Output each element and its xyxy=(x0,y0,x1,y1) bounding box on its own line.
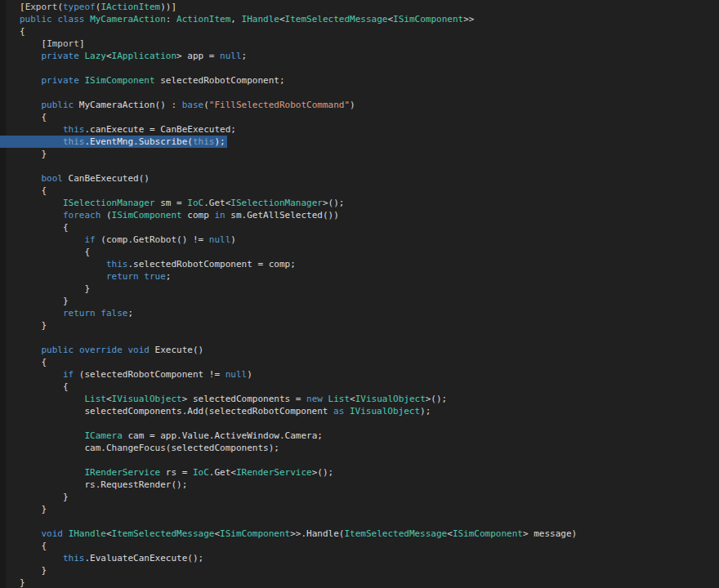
code-line[interactable]: return false; xyxy=(0,307,719,319)
code-line[interactable]: } xyxy=(0,503,719,515)
code-line[interactable]: cam.ChangeFocus(selectedComponents); xyxy=(0,442,719,454)
line-content: return false; xyxy=(20,307,133,319)
code-line[interactable]: IRenderService rs = IoC.Get<IRenderServi… xyxy=(0,466,719,479)
code-line[interactable]: { xyxy=(0,25,719,38)
code-line[interactable]: { xyxy=(0,540,719,552)
code-token xyxy=(20,345,42,355)
code-token xyxy=(20,271,106,282)
code-token: < xyxy=(279,14,285,24)
code-token: ISimComponent xyxy=(220,528,290,539)
line-content: } xyxy=(20,577,25,588)
code-line[interactable]: { xyxy=(0,246,719,258)
code-token: ))] xyxy=(160,2,176,12)
code-token: selectedComponents.Add(selectedRobotComp… xyxy=(20,406,333,416)
code-line[interactable]: } xyxy=(0,283,719,295)
code-token: > app = xyxy=(176,51,220,61)
code-line[interactable]: if (selectedRobotComponent != null) xyxy=(0,368,719,381)
line-content: } xyxy=(20,564,47,577)
code-line[interactable]: this.canExecute = CanBeExecuted; xyxy=(0,123,719,136)
code-token: comp xyxy=(182,210,215,220)
code-line[interactable]: [Export(typeof(IActionItem))] xyxy=(0,1,719,13)
code-token: ); xyxy=(420,406,431,416)
code-line[interactable] xyxy=(0,62,719,74)
code-editor[interactable]: [Export(typeof(IActionItem))]public clas… xyxy=(0,0,719,588)
code-token xyxy=(20,394,84,404)
code-line[interactable]: this.selectedRobotComponent = comp; xyxy=(0,258,719,270)
code-line[interactable] xyxy=(0,332,719,344)
code-line[interactable]: } xyxy=(0,319,719,332)
code-line[interactable]: bool CanBeExecuted() xyxy=(0,172,719,185)
code-line[interactable] xyxy=(0,417,719,430)
code-line[interactable]: public class MyCameraAction: ActionItem,… xyxy=(0,13,719,25)
code-token: IoC xyxy=(193,467,209,478)
code-line[interactable]: ISelectionManager sm = IoC.Get<ISelectio… xyxy=(0,197,719,209)
code-token: void xyxy=(127,345,150,355)
line-content: } xyxy=(20,491,69,503)
code-token xyxy=(20,100,42,110)
code-token: ItemSelectedMessage xyxy=(285,14,388,24)
code-line[interactable]: } xyxy=(0,577,719,588)
code-line[interactable]: { xyxy=(0,185,719,197)
code-line[interactable]: this.EventMng.Subscribe(this); xyxy=(0,136,719,148)
code-line[interactable]: } xyxy=(0,148,719,160)
code-line[interactable]: { xyxy=(0,356,719,368)
code-line[interactable]: void IHandle<ItemSelectedMessage<ISimCom… xyxy=(0,528,719,540)
line-content: { xyxy=(20,25,25,38)
code-token: { xyxy=(20,26,25,37)
code-token: ; xyxy=(166,271,172,282)
code-token: < xyxy=(106,51,112,61)
code-line[interactable] xyxy=(0,454,719,466)
line-content: return true; xyxy=(20,270,171,283)
code-token: if xyxy=(63,369,74,380)
code-token: IHandle xyxy=(69,528,106,539)
code-line[interactable]: selectedComponents.Add(selectedRobotComp… xyxy=(0,405,719,417)
code-line[interactable]: private ISimComponent selectedRobotCompo… xyxy=(0,74,719,87)
code-line[interactable]: return true; xyxy=(0,270,719,283)
code-token xyxy=(344,406,350,416)
code-token: } xyxy=(20,283,90,294)
code-line[interactable]: } xyxy=(0,295,719,307)
code-token: ( xyxy=(203,100,209,110)
code-line[interactable]: { xyxy=(0,221,719,234)
code-token: Execute() xyxy=(150,345,203,355)
code-token: foreach xyxy=(63,210,100,220)
code-line[interactable]: foreach (ISimComponent comp in sm.GetAll… xyxy=(0,209,719,221)
code-line[interactable]: if (comp.GetRobot() != null) xyxy=(0,234,719,246)
code-line[interactable]: List<IVisualObject> selectedComponents =… xyxy=(0,393,719,405)
code-line[interactable] xyxy=(0,87,719,99)
code-token: null xyxy=(226,369,248,380)
code-token: base xyxy=(182,100,204,110)
code-token: } xyxy=(20,296,69,306)
code-token: public xyxy=(42,345,74,355)
code-line[interactable]: } xyxy=(0,491,719,503)
code-line[interactable]: ICamera cam = app.Value.ActiveWindow.Cam… xyxy=(0,430,719,442)
code-line[interactable]: } xyxy=(0,564,719,577)
code-line[interactable]: { xyxy=(0,381,719,393)
code-line[interactable]: rs.RequestRender(); xyxy=(0,479,719,491)
code-line[interactable]: { xyxy=(0,111,719,123)
code-line[interactable] xyxy=(0,160,719,172)
code-line[interactable]: public override void Execute() xyxy=(0,344,719,356)
code-token: List xyxy=(84,394,106,404)
code-line[interactable]: public MyCameraAction() : base("FillSele… xyxy=(0,99,719,111)
code-token: IoC xyxy=(187,198,203,208)
code-token: ItemSelectedMessage xyxy=(112,528,215,539)
code-token xyxy=(20,75,42,86)
code-token: } xyxy=(20,504,47,514)
code-token: .EvaluateCanExecute(); xyxy=(84,553,203,564)
code-token: null xyxy=(220,51,242,61)
code-token: ); xyxy=(214,136,225,147)
code-token: MyCameraAction xyxy=(90,14,166,24)
code-token: { xyxy=(20,541,47,551)
code-token: >(); xyxy=(426,394,448,404)
code-line[interactable] xyxy=(0,515,719,528)
code-token: public xyxy=(20,14,52,24)
line-content: [Import] xyxy=(20,38,85,50)
code-line[interactable]: [Import] xyxy=(0,38,719,50)
code-token: IActionItem xyxy=(100,2,160,12)
code-token: "FillSelectedRobotCommand" xyxy=(209,100,350,110)
code-token: { xyxy=(20,112,47,122)
code-line[interactable]: private Lazy<IApplication> app = null; xyxy=(0,50,719,62)
line-content: if (selectedRobotComponent != null) xyxy=(20,368,252,381)
code-line[interactable]: this.EvaluateCanExecute(); xyxy=(0,552,719,564)
